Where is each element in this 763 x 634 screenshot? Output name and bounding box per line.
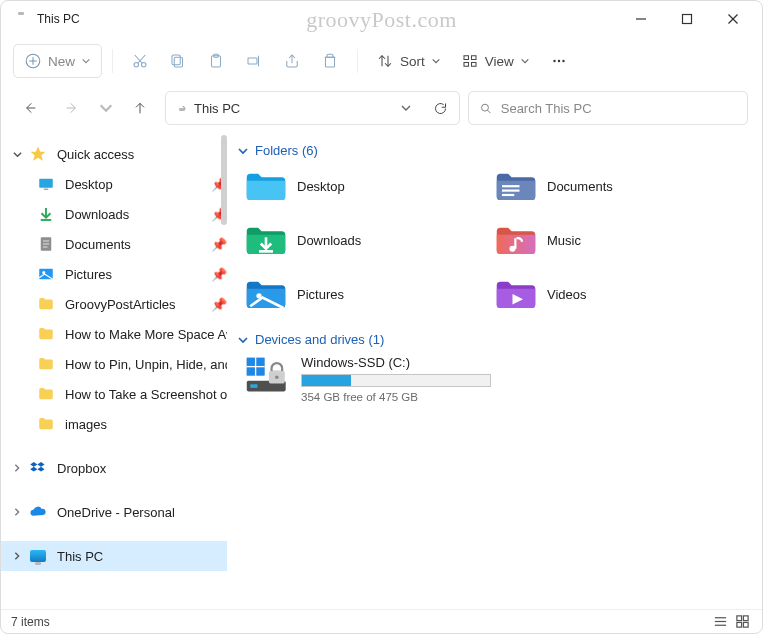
folder-icon [37, 355, 55, 373]
search-icon [479, 101, 493, 116]
search-input[interactable] [501, 101, 737, 116]
svg-rect-44 [502, 190, 520, 192]
delete-button[interactable] [313, 44, 347, 78]
minimize-button[interactable] [618, 4, 664, 34]
star-icon [29, 145, 47, 163]
nav-recent-button[interactable] [97, 91, 115, 125]
cut-button[interactable] [123, 44, 157, 78]
svg-rect-56 [247, 367, 255, 375]
folder-item-desktop[interactable]: Desktop [245, 166, 495, 206]
close-button[interactable] [710, 4, 756, 34]
chevron-down-icon [237, 145, 249, 157]
view-button[interactable]: View [453, 44, 538, 78]
sidebar-item-quick-access[interactable]: Quick access [1, 139, 227, 169]
onedrive-icon [29, 503, 47, 521]
svg-rect-43 [502, 185, 520, 187]
content-pane: Folders (6) Desktop Documents [227, 131, 762, 609]
svg-rect-68 [743, 622, 748, 627]
details-view-button[interactable] [710, 613, 730, 631]
chevron-down-icon[interactable] [9, 146, 25, 162]
folder-label: Pictures [297, 287, 344, 302]
sidebar-item-how-to-make-space[interactable]: How to Make More Space Av [1, 319, 227, 349]
sidebar-item-onedrive[interactable]: OneDrive - Personal [1, 497, 227, 527]
sidebar-item-pictures[interactable]: Pictures 📌 [1, 259, 227, 289]
tree-label: This PC [57, 549, 227, 564]
svg-point-26 [558, 60, 560, 62]
refresh-button[interactable] [427, 95, 453, 121]
svg-rect-22 [471, 56, 476, 60]
svg-rect-34 [39, 179, 53, 188]
pin-icon: 📌 [211, 237, 227, 252]
svg-line-32 [488, 110, 491, 113]
svg-point-27 [562, 60, 564, 62]
drive-subtext: 354 GB free of 475 GB [301, 391, 491, 403]
folder-item-pictures[interactable]: Pictures [245, 274, 495, 314]
sidebar-scrollbar-thumb[interactable] [221, 135, 227, 225]
folder-item-downloads[interactable]: Downloads [245, 220, 495, 260]
sidebar-item-downloads[interactable]: Downloads 📌 [1, 199, 227, 229]
new-button-label: New [48, 54, 75, 69]
svg-rect-48 [514, 238, 516, 249]
search-box[interactable] [468, 91, 748, 125]
group-header-drives[interactable]: Devices and drives (1) [237, 332, 762, 347]
sidebar-item-how-to-screenshot[interactable]: How to Take a Screenshot on [1, 379, 227, 409]
tree-label: How to Pin, Unpin, Hide, and [65, 357, 227, 372]
sidebar-item-documents[interactable]: Documents 📌 [1, 229, 227, 259]
svg-rect-11 [174, 57, 182, 67]
status-bar: 7 items [1, 609, 762, 633]
sort-button-label: Sort [400, 54, 425, 69]
drive-item-windows-ssd[interactable]: Windows-SSD (C:) 354 GB free of 475 GB [245, 355, 762, 403]
svg-point-25 [553, 60, 555, 62]
tree-label: OneDrive - Personal [57, 505, 227, 520]
svg-rect-65 [736, 616, 741, 621]
tree-label: Pictures [65, 267, 207, 282]
svg-rect-12 [172, 55, 180, 65]
sidebar-item-how-to-pin[interactable]: How to Pin, Unpin, Hide, and [1, 349, 227, 379]
sidebar-item-dropbox[interactable]: Dropbox [1, 453, 227, 483]
folder-label: Desktop [297, 179, 345, 194]
chevron-right-icon[interactable] [9, 460, 25, 476]
new-button[interactable]: New [13, 44, 102, 78]
nav-up-button[interactable] [123, 91, 157, 125]
svg-rect-23 [464, 63, 469, 67]
sidebar-item-this-pc[interactable]: This PC [1, 541, 227, 571]
music-folder-icon [495, 222, 537, 258]
nav-back-button[interactable] [13, 91, 47, 125]
rename-button[interactable] [237, 44, 271, 78]
share-button[interactable] [275, 44, 309, 78]
sidebar-item-groovypostarticles[interactable]: GroovyPostArticles 📌 [1, 289, 227, 319]
folder-item-music[interactable]: Music [495, 220, 745, 260]
sidebar-item-desktop[interactable]: Desktop 📌 [1, 169, 227, 199]
tree-label: How to Take a Screenshot on [65, 387, 227, 402]
status-item-count: 7 items [11, 615, 50, 629]
maximize-button[interactable] [664, 4, 710, 34]
chevron-right-icon[interactable] [9, 548, 25, 564]
pictures-folder-icon [245, 276, 287, 312]
sort-button[interactable]: Sort [368, 44, 449, 78]
svg-rect-54 [247, 357, 255, 365]
pictures-icon [37, 265, 55, 283]
more-button[interactable] [542, 44, 576, 78]
dropbox-icon [29, 459, 47, 477]
folder-item-videos[interactable]: Videos [495, 274, 745, 314]
documents-icon [37, 235, 55, 253]
address-bar[interactable]: › This PC [165, 91, 460, 125]
drive-label: Windows-SSD (C:) [301, 355, 491, 370]
nav-forward-button[interactable] [55, 91, 89, 125]
folder-icon [37, 325, 55, 343]
pin-icon: 📌 [211, 267, 227, 282]
svg-rect-15 [248, 58, 257, 64]
svg-rect-18 [326, 57, 335, 67]
copy-button[interactable] [161, 44, 195, 78]
folder-label: Music [547, 233, 581, 248]
chevron-right-icon[interactable] [9, 504, 25, 520]
sidebar-item-images[interactable]: images [1, 409, 227, 439]
address-dropdown-button[interactable] [393, 95, 419, 121]
tiles-view-button[interactable] [732, 613, 752, 631]
folder-item-documents[interactable]: Documents [495, 166, 745, 206]
pin-icon: 📌 [211, 297, 227, 312]
svg-point-31 [482, 104, 489, 111]
paste-button[interactable] [199, 44, 233, 78]
tree-label: Quick access [57, 147, 227, 162]
group-header-folders[interactable]: Folders (6) [237, 143, 762, 158]
